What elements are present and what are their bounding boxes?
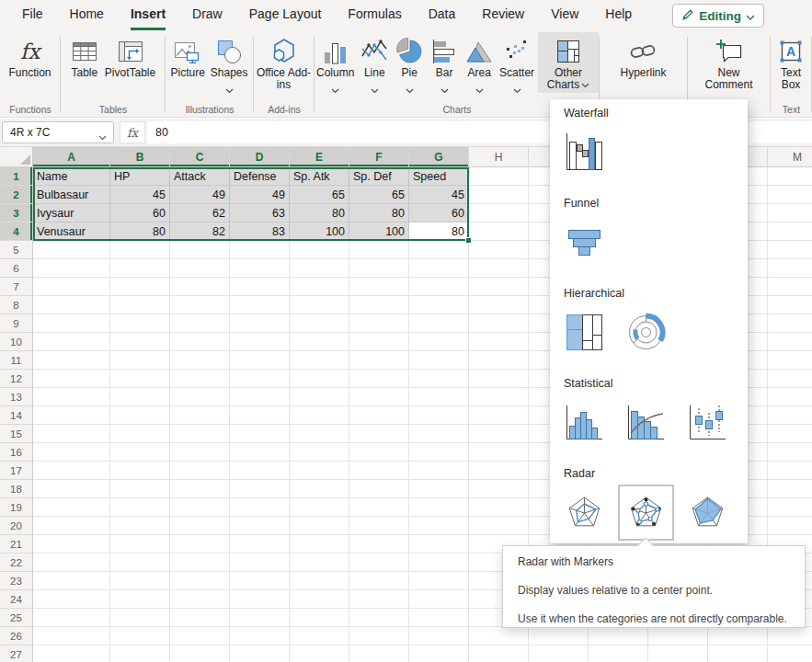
cell-J27[interactable] (589, 645, 648, 662)
cell-E21[interactable] (290, 535, 349, 554)
row-header-10[interactable]: 10 (0, 333, 33, 351)
row-header-19[interactable]: 19 (0, 498, 33, 517)
cell-H14[interactable] (469, 406, 529, 425)
cell-M20[interactable] (768, 517, 812, 535)
cell-B27[interactable] (110, 645, 170, 662)
chart-type-waterfall[interactable] (564, 131, 605, 173)
tab-view[interactable]: View (551, 0, 578, 30)
name-box[interactable]: 4R x 7C (2, 121, 114, 143)
col-header-F[interactable]: F (349, 147, 409, 167)
cell-A1[interactable]: Name (33, 167, 110, 186)
cell-D1[interactable]: Defense (230, 167, 290, 186)
area-button[interactable]: Area (463, 32, 496, 91)
cell-M11[interactable] (768, 351, 812, 370)
cell-A27[interactable] (33, 645, 110, 662)
pie-button[interactable]: Pie (393, 32, 426, 91)
cell-A2[interactable]: Bulbasaur (33, 186, 110, 204)
pivottable-button[interactable]: PivotTable (103, 32, 157, 81)
cell-C25[interactable] (170, 609, 230, 627)
cell-B24[interactable] (110, 590, 170, 609)
cell-B2[interactable]: 45 (110, 186, 170, 204)
cell-D17[interactable] (230, 462, 290, 480)
row-header-12[interactable]: 12 (0, 370, 33, 388)
cell-B15[interactable] (110, 425, 170, 443)
cell-G24[interactable] (409, 590, 469, 609)
chart-type-pareto[interactable] (625, 402, 667, 443)
cell-E22[interactable] (290, 554, 349, 572)
cell-G25[interactable] (409, 609, 469, 627)
cell-A26[interactable] (33, 627, 110, 645)
cell-B3[interactable]: 60 (110, 204, 170, 223)
cell-C27[interactable] (170, 645, 230, 662)
row-header-15[interactable]: 15 (0, 425, 33, 443)
row-header-11[interactable]: 11 (0, 351, 33, 370)
row-header-3[interactable]: 3 (0, 204, 33, 223)
text-box-button[interactable]: AText Box (771, 32, 811, 93)
cell-B8[interactable] (110, 296, 170, 314)
select-all-corner[interactable] (0, 147, 33, 167)
cell-D7[interactable] (230, 278, 290, 296)
cell-G13[interactable] (409, 388, 469, 406)
cell-F25[interactable] (349, 609, 409, 627)
cell-C20[interactable] (170, 517, 230, 535)
cell-H16[interactable] (469, 443, 529, 462)
picture-button[interactable]: Picture (168, 32, 206, 81)
cell-D23[interactable] (230, 572, 290, 590)
cell-E6[interactable] (290, 259, 349, 278)
cell-E5[interactable] (290, 241, 349, 259)
cell-G22[interactable] (409, 554, 469, 572)
cell-I27[interactable] (529, 645, 589, 662)
cell-D5[interactable] (230, 241, 290, 259)
cell-D4[interactable]: 83 (230, 223, 290, 241)
cell-K26[interactable] (648, 627, 708, 645)
cell-A5[interactable] (33, 241, 110, 259)
cell-H8[interactable] (469, 296, 529, 314)
cell-C4[interactable]: 82 (170, 223, 230, 241)
cell-E2[interactable]: 65 (290, 186, 349, 204)
scatter-button[interactable]: Scatter (497, 32, 536, 91)
chart-type-sunburst[interactable] (625, 312, 667, 353)
cell-E18[interactable] (290, 480, 349, 498)
row-header-1[interactable]: 1 (0, 167, 33, 186)
cell-D11[interactable] (230, 351, 290, 370)
cell-M5[interactable] (768, 241, 812, 259)
cell-F3[interactable]: 80 (349, 204, 409, 223)
cell-F26[interactable] (349, 627, 409, 645)
cell-A12[interactable] (33, 370, 110, 388)
cell-A22[interactable] (33, 554, 110, 572)
cell-B25[interactable] (110, 609, 170, 627)
cell-A4[interactable]: Venusaur (33, 223, 110, 241)
cell-E4[interactable]: 100 (290, 223, 349, 241)
cell-F15[interactable] (349, 425, 409, 443)
cell-H2[interactable] (469, 186, 529, 204)
cell-A23[interactable] (33, 572, 110, 590)
cell-B23[interactable] (110, 572, 170, 590)
cell-C12[interactable] (170, 370, 230, 388)
function-button[interactable]: fxFunction (6, 32, 52, 81)
cell-G2[interactable]: 45 (409, 186, 469, 204)
cell-M9[interactable] (768, 314, 812, 333)
cell-G6[interactable] (409, 259, 469, 278)
tab-help[interactable]: Help (605, 0, 632, 30)
row-header-18[interactable]: 18 (0, 480, 33, 498)
cell-G20[interactable] (409, 517, 469, 535)
cell-F5[interactable] (349, 241, 409, 259)
editing-mode-button[interactable]: Editing (672, 4, 764, 28)
cell-G26[interactable] (409, 627, 469, 645)
cell-A16[interactable] (33, 443, 110, 462)
cell-G12[interactable] (409, 370, 469, 388)
cell-F24[interactable] (349, 590, 409, 609)
cell-D10[interactable] (230, 333, 290, 351)
cell-E16[interactable] (290, 443, 349, 462)
cell-D12[interactable] (230, 370, 290, 388)
col-header-B[interactable]: B (110, 147, 170, 167)
tab-home[interactable]: Home (70, 0, 104, 30)
cell-C2[interactable]: 49 (170, 186, 230, 204)
cell-B13[interactable] (110, 388, 170, 406)
cell-M3[interactable] (768, 204, 812, 223)
cell-G16[interactable] (409, 443, 469, 462)
cell-F19[interactable] (349, 498, 409, 517)
col-header-H[interactable]: H (469, 147, 529, 167)
row-header-4[interactable]: 4 (0, 223, 33, 241)
cell-A8[interactable] (33, 296, 110, 314)
